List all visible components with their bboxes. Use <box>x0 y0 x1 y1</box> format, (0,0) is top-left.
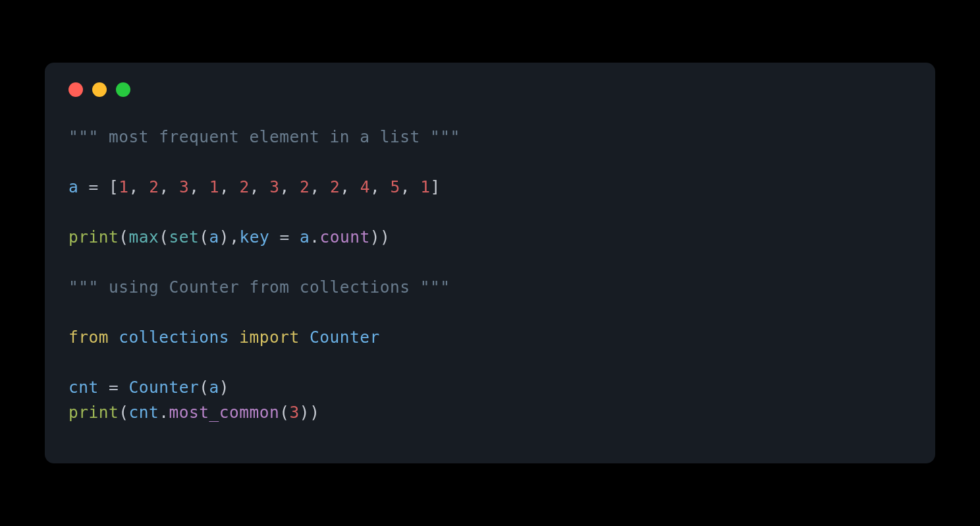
assign-op: = <box>89 177 99 196</box>
comma: , <box>250 177 259 196</box>
num: 5 <box>391 177 400 196</box>
fn-max: max <box>129 227 159 247</box>
close-icon[interactable] <box>68 82 83 97</box>
paren: ( <box>199 378 209 397</box>
comma: , <box>129 177 139 196</box>
num: 1 <box>420 177 430 196</box>
docstring-close: """ <box>420 278 450 297</box>
minimize-icon[interactable] <box>92 82 107 97</box>
variable-a: a <box>209 378 219 397</box>
paren: ( <box>279 403 289 422</box>
paren: ) <box>219 227 229 247</box>
fn-set: set <box>169 227 200 247</box>
assign-op: = <box>279 227 289 247</box>
variable-a: a <box>68 177 78 196</box>
paren: ) <box>370 227 380 247</box>
dot: . <box>310 227 319 247</box>
comma: , <box>280 177 290 196</box>
paren: ) <box>310 403 319 422</box>
docstring-open: """ <box>68 278 99 297</box>
fn-print: print <box>68 403 119 422</box>
comma: , <box>400 177 410 196</box>
class-counter: Counter <box>310 328 380 347</box>
window-traffic-lights <box>68 82 912 97</box>
docstring-text: most frequent element in a list <box>99 127 430 146</box>
paren: ) <box>300 403 310 422</box>
paren: ( <box>159 227 169 247</box>
kwarg-key: key <box>239 227 269 247</box>
variable-a: a <box>300 227 310 247</box>
num: 3 <box>269 177 279 196</box>
comma: , <box>229 227 239 247</box>
comma: , <box>340 177 350 196</box>
num: 1 <box>209 177 219 196</box>
num: 1 <box>119 177 128 196</box>
comma: , <box>159 177 169 196</box>
comma: , <box>219 177 229 196</box>
comma: , <box>310 177 319 196</box>
paren: ( <box>119 403 128 422</box>
method-count: count <box>319 227 369 247</box>
num: 4 <box>360 177 370 196</box>
class-counter: Counter <box>129 378 200 397</box>
comma: , <box>370 177 380 196</box>
num: 2 <box>330 177 340 196</box>
docstring-close: """ <box>430 127 460 146</box>
assign-op: = <box>109 378 119 397</box>
kw-from: from <box>68 328 109 347</box>
paren: ( <box>199 227 209 247</box>
kw-import: import <box>239 328 300 347</box>
paren: ( <box>119 227 128 247</box>
bracket-close: ] <box>431 177 441 196</box>
method-most-common: most_common <box>169 403 280 422</box>
num: 3 <box>179 177 189 196</box>
num: 2 <box>149 177 159 196</box>
docstring-text: using Counter from collections <box>99 278 420 297</box>
paren: ) <box>380 227 390 247</box>
code-window: """ most frequent element in a list """ … <box>45 63 935 463</box>
fn-print: print <box>68 227 119 247</box>
code-block: """ most frequent element in a list """ … <box>68 125 912 425</box>
docstring-open: """ <box>68 127 99 146</box>
module-collections: collections <box>119 328 229 347</box>
paren: ) <box>219 378 229 397</box>
comma: , <box>189 177 199 196</box>
bracket-open: [ <box>109 177 119 196</box>
variable-cnt: cnt <box>129 403 159 422</box>
num: 2 <box>300 177 310 196</box>
num: 2 <box>240 177 250 196</box>
dot: . <box>159 403 169 422</box>
num: 3 <box>290 403 300 422</box>
variable-cnt: cnt <box>68 378 99 397</box>
variable-a: a <box>209 227 219 247</box>
zoom-icon[interactable] <box>116 82 130 97</box>
